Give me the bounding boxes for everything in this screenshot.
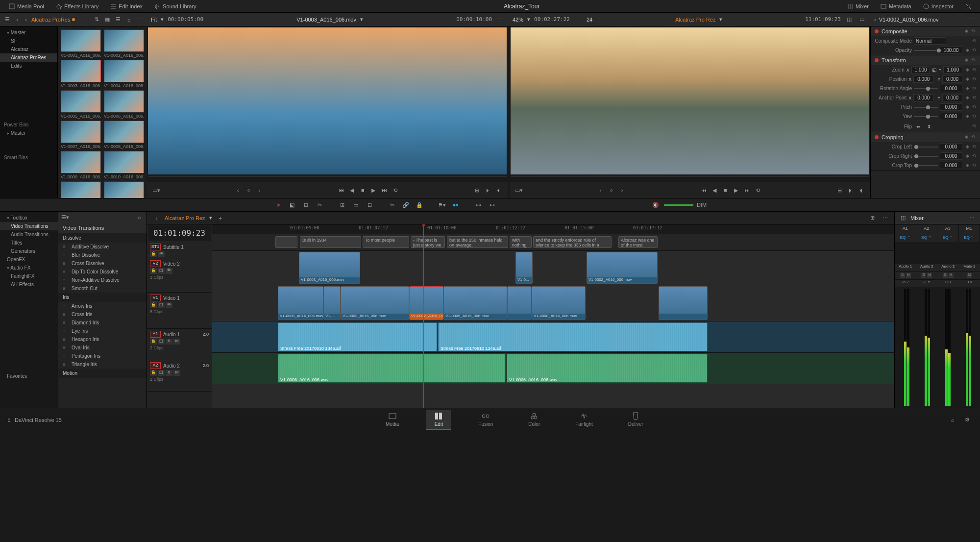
fx-dipcolor[interactable]: ≡Dip To Color Dissolve (58, 268, 147, 276)
auto-select-icon[interactable]: ◫ (158, 370, 165, 376)
marker-icon[interactable]: ●▾ (450, 199, 461, 210)
eq-a1[interactable]: EQ ⌃ (895, 234, 916, 242)
composite-section-header[interactable]: Composite◆⟲ (871, 26, 980, 36)
thumb-1[interactable]: V1-0001_A016_006... (61, 29, 101, 58)
mark-in-icon[interactable]: ⏵ (483, 186, 492, 195)
subtitle-clip[interactable]: To most people (363, 236, 409, 248)
go-start-icon[interactable]: ⏮ (699, 186, 708, 195)
fx-nonadd[interactable]: ≡Non-Additive Dissolve (58, 276, 147, 284)
stop-button[interactable]: ■ (358, 186, 367, 195)
fx-fairlightfx[interactable]: FairlightFX (0, 272, 58, 280)
fx-cross[interactable]: ≡Cross Dissolve (58, 259, 147, 268)
lock-icon[interactable]: 🔒 (150, 251, 157, 257)
chevron-down-icon[interactable]: ▾ (161, 16, 164, 23)
meter-a2[interactable] (917, 289, 937, 406)
dynamic-trim-tool[interactable]: ⊞ (300, 199, 311, 210)
bin-sf[interactable]: SF (0, 37, 57, 45)
home-icon[interactable]: ⌂ (948, 415, 957, 425)
page-fusion[interactable]: Fusion (470, 410, 501, 430)
lock-icon[interactable]: 🔒 (414, 199, 425, 210)
insert-icon[interactable]: ⊞ (337, 199, 347, 210)
crop-top-value[interactable]: 0.000 (940, 162, 962, 169)
mute-icon[interactable]: 🔇 (650, 199, 661, 210)
fx-pent-iris[interactable]: ≡Pentagon Iris (58, 352, 147, 360)
pos-y[interactable]: 0.000 (942, 75, 962, 83)
mark-out-icon[interactable]: ⏴ (494, 186, 503, 195)
play-reverse-icon[interactable]: ◀ (347, 186, 356, 195)
fx-list-icon[interactable]: ☰▾ (61, 213, 70, 222)
video-clip[interactable]: V1-0002_A016_006.mov (341, 286, 409, 320)
page-color[interactable]: Color (520, 410, 548, 430)
fx-toolbox[interactable]: ▾ Toolbox (0, 214, 58, 222)
loop-icon[interactable]: ⟲ (391, 186, 399, 195)
video-clip[interactable]: V1-... (323, 286, 341, 320)
flag-icon[interactable]: ⚑▾ (437, 199, 447, 210)
pos-x[interactable]: 0.000 (913, 75, 933, 83)
play-icon[interactable]: ▶ (732, 186, 740, 195)
thumb-7[interactable]: V1-0007_A016_006... (61, 121, 101, 149)
timeline-options-icon[interactable]: ⋯ (881, 214, 889, 222)
meter-m1[interactable] (958, 289, 978, 406)
mixer-ch-a2[interactable]: A2 (916, 224, 938, 234)
lock-icon[interactable]: 🔒 (150, 268, 157, 274)
chevron-down-icon[interactable]: ▾ (209, 215, 212, 221)
a1-badge[interactable]: A1 (150, 331, 161, 338)
inspector-tab[interactable]: Inspector (917, 3, 959, 9)
timeline-ruler[interactable]: 01:01:05:00 01:01:07:12 01:01:10:00 01:0… (212, 224, 894, 234)
track-v2[interactable]: V1-0003_A016_006.mov V1-0... V1-0002_A01… (212, 251, 894, 285)
subtitle-clip[interactable]: Alcatraz was one of the most formidable … (618, 236, 658, 248)
dim-icon[interactable]: DIM (696, 199, 707, 210)
subtitle-clip[interactable]: with nothing but their wool, (510, 236, 532, 248)
next-edit-icon[interactable]: › (618, 186, 627, 195)
thumb-4[interactable]: V1-0004_A016_006... (104, 60, 144, 88)
add-timeline-icon[interactable]: + (216, 214, 225, 222)
video-clip-selected[interactable]: V1-0002_A016_006.mov (409, 286, 443, 320)
video-clip[interactable]: V1-0006_A016_006.mov (278, 286, 323, 320)
video-clip[interactable] (659, 286, 708, 320)
page-edit[interactable]: Edit (426, 410, 451, 430)
eye-icon[interactable]: 👁 (166, 268, 172, 274)
stop-icon[interactable]: ○ (245, 186, 253, 195)
fit-dropdown[interactable]: Fit (151, 17, 157, 23)
linked-move-icon[interactable]: ⊷ (487, 199, 497, 210)
match-frame-icon[interactable]: ⊟ (472, 186, 481, 195)
audio-clip[interactable]: V1-0006_A016_006.wav (507, 354, 708, 383)
track-a2[interactable]: V1-0006_A016_006.wav V1-0006_A016_006.wa… (212, 353, 894, 384)
prev-edit-icon[interactable]: ‹ (234, 186, 243, 195)
lock-icon[interactable]: 🔒 (150, 370, 157, 376)
auto-select-icon[interactable]: ◫ (158, 268, 165, 274)
fx-additive[interactable]: ≡Additive Dissolve (58, 243, 147, 251)
viewer-mode-icon[interactable]: ▭ (858, 15, 866, 24)
bin-edits[interactable]: Edits (0, 62, 57, 70)
solo-a2[interactable]: S (921, 273, 926, 278)
thumb-6[interactable]: V1-0006_A016_006... (104, 90, 144, 119)
st1-badge[interactable]: ST1 (150, 244, 161, 250)
mute-a3[interactable]: M (949, 273, 954, 278)
effects-library-tab[interactable]: Effects Library (50, 3, 104, 9)
fx-oval-iris[interactable]: ≡Oval Iris (58, 344, 147, 352)
track-st1[interactable]: Built in 1934 To most people - The past … (212, 234, 894, 251)
yaw-slider[interactable] (914, 116, 938, 117)
audio-clip[interactable]: Stress Free 20170810 1346.aif (438, 322, 708, 351)
opacity-value[interactable]: 100.00 (940, 47, 962, 54)
program-scrubber[interactable] (511, 176, 869, 181)
lock-icon[interactable]: 🔒 (150, 339, 157, 345)
video-clip[interactable]: V1-0008_A016_006.mov (532, 286, 586, 320)
timeline-name[interactable]: Alcatraz Pro Rez (675, 17, 716, 23)
pitch-slider[interactable] (914, 107, 938, 108)
next-edit-icon[interactable]: › (255, 186, 264, 195)
thumb-8[interactable]: V1-0008_A016_006... (104, 121, 144, 149)
fx-search-icon[interactable]: ⌕ (135, 213, 144, 222)
fx-openfx[interactable]: OpenFX (0, 255, 58, 264)
v1-badge[interactable]: V1 (150, 295, 161, 301)
list-view-icon[interactable]: ☰ (114, 15, 122, 24)
options-icon[interactable]: ⋯ (135, 15, 144, 24)
auto-select-icon[interactable]: ◫ (158, 339, 165, 345)
subtitle-clip[interactable]: and the strictly enforced rule of silenc… (533, 236, 612, 248)
cropping-section-header[interactable]: Cropping◆⟲ (871, 132, 980, 142)
mixer-options-icon[interactable]: ⋯ (967, 214, 976, 222)
anchor-y[interactable]: 0.000 (942, 94, 962, 101)
bin-fwd-icon[interactable]: › (23, 15, 29, 24)
solo-icon[interactable]: S (166, 370, 172, 376)
mute-a2[interactable]: M (927, 273, 932, 278)
